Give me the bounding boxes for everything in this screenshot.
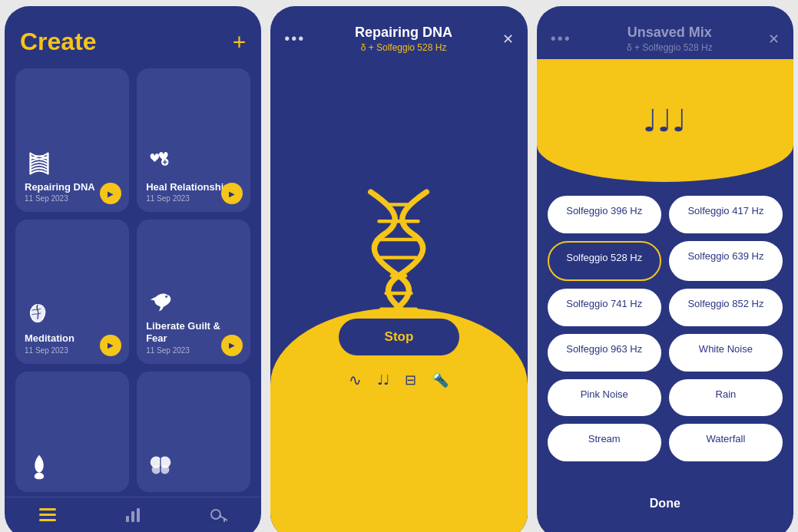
sound-pill-0[interactable]: Solfeggio 396 Hz (548, 196, 661, 233)
svg-rect-14 (131, 511, 134, 522)
panel3-title: Unsaved Mix (571, 25, 768, 41)
panel2-close-button[interactable]: ✕ (502, 31, 514, 48)
butterfly-icon (146, 451, 175, 480)
sound-options-grid: Solfeggio 396 HzSolfeggio 417 HzSolfeggi… (537, 182, 793, 475)
dove-icon (146, 288, 175, 317)
panel3-header: ••• Unsaved Mix δ + Solfeggio 528 Hz ✕ (537, 6, 793, 59)
nav-chart[interactable] (124, 508, 141, 526)
sound-pill-8[interactable]: Pink Noise (548, 379, 661, 417)
create-title: Create (20, 28, 97, 56)
playing-panel: ••• Repairing DNA δ + Solfeggio 528 Hz ✕ (270, 6, 527, 532)
fire-icon (25, 451, 54, 480)
nav-key[interactable] (210, 508, 227, 526)
stop-button[interactable]: Stop (339, 319, 460, 355)
key-icon (210, 508, 227, 522)
notes-icon[interactable]: ♩♩ (377, 372, 389, 388)
dna-icon (25, 149, 54, 178)
svg-point-8 (161, 465, 169, 474)
sound-pill-4[interactable]: Solfeggio 741 Hz (548, 289, 661, 326)
svg-point-16 (211, 510, 220, 519)
nav-list[interactable] (39, 508, 56, 526)
svg-rect-13 (126, 516, 129, 522)
brain-icon (25, 300, 54, 329)
bottom-navigation (5, 497, 261, 532)
svg-rect-10 (39, 508, 56, 511)
flashlight-icon[interactable]: 🔦 (432, 372, 449, 388)
svg-point-4 (165, 296, 167, 298)
dna-large-icon (329, 185, 468, 339)
cards-grid: Repairing DNA 11 Sep 2023 ▶ Heal Relatio… (5, 68, 261, 492)
panel2-header: ••• Repairing DNA δ + Solfeggio 528 Hz ✕ (270, 6, 527, 59)
hearts-icon (146, 149, 175, 178)
svg-rect-11 (39, 514, 56, 516)
panel3-menu-dots[interactable]: ••• (551, 30, 571, 48)
panel2-menu-dots[interactable]: ••• (284, 30, 305, 48)
svg-rect-12 (39, 519, 56, 521)
panel2-title-area: Repairing DNA δ + Solfeggio 528 Hz (305, 25, 502, 53)
sound-picker-panel: ••• Unsaved Mix δ + Solfeggio 528 Hz ✕ ♩… (537, 6, 793, 532)
control-icons: ∿ ♩♩ ⊟ 🔦 (349, 371, 449, 389)
panel3-title-area: Unsaved Mix δ + Solfeggio 528 Hz (571, 25, 768, 53)
panel3-subtitle: δ + Solfeggio 528 Hz (571, 42, 768, 53)
sound-pill-2[interactable]: Solfeggio 528 Hz (548, 241, 661, 282)
panel2-visual: Stop ∿ ♩♩ ⊟ 🔦 (270, 59, 527, 532)
card-liberate[interactable]: Liberate Guilt & Fear 11 Sep 2023 ▶ (137, 220, 250, 363)
svg-rect-15 (137, 508, 140, 522)
done-button-wrap: Done (537, 475, 793, 532)
add-button[interactable]: + (233, 31, 247, 54)
panel2-subtitle: δ + Solfeggio 528 Hz (305, 42, 502, 53)
layers-icon[interactable]: ⊟ (405, 372, 416, 388)
card-repairing-dna[interactable]: Repairing DNA 11 Sep 2023 ▶ (15, 68, 129, 212)
sound-pill-3[interactable]: Solfeggio 639 Hz (669, 241, 783, 282)
list-icon (39, 508, 56, 522)
panel3-close-button[interactable]: ✕ (768, 31, 780, 48)
sound-pill-9[interactable]: Rain (669, 379, 783, 417)
card-heal-relationships[interactable]: Heal Relationships 11 Sep 2023 ▶ (137, 68, 250, 212)
waveform-icon[interactable]: ∿ (349, 371, 362, 389)
sound-pill-10[interactable]: Stream (548, 424, 661, 461)
chart-icon (124, 508, 141, 522)
sound-pill-1[interactable]: Solfeggio 417 Hz (669, 196, 783, 233)
play-liberate[interactable]: ▶ (221, 335, 243, 356)
music-notes-icon: ♩♩♩ (643, 103, 687, 138)
panel1-header: Create + (5, 6, 261, 68)
sound-pill-11[interactable]: Waterfall (669, 424, 783, 461)
sound-pill-5[interactable]: Solfeggio 852 Hz (669, 289, 783, 326)
panel2-title: Repairing DNA (305, 25, 502, 41)
svg-point-7 (152, 465, 161, 474)
create-panel: Create + Repairing DNA 11 Sep 2023 ▶ Hea… (5, 6, 261, 532)
play-meditation[interactable]: ▶ (100, 335, 121, 356)
card-meditation[interactable]: Meditation 11 Sep 2023 ▶ (15, 220, 129, 363)
card-butterfly[interactable] (137, 372, 250, 492)
card-fire[interactable] (15, 372, 129, 492)
sound-pill-6[interactable]: Solfeggio 963 Hz (548, 334, 661, 372)
done-button[interactable]: Done (552, 484, 778, 523)
music-notes-area: ♩♩♩ (537, 59, 793, 182)
sound-pill-7[interactable]: White Noise (669, 334, 783, 372)
